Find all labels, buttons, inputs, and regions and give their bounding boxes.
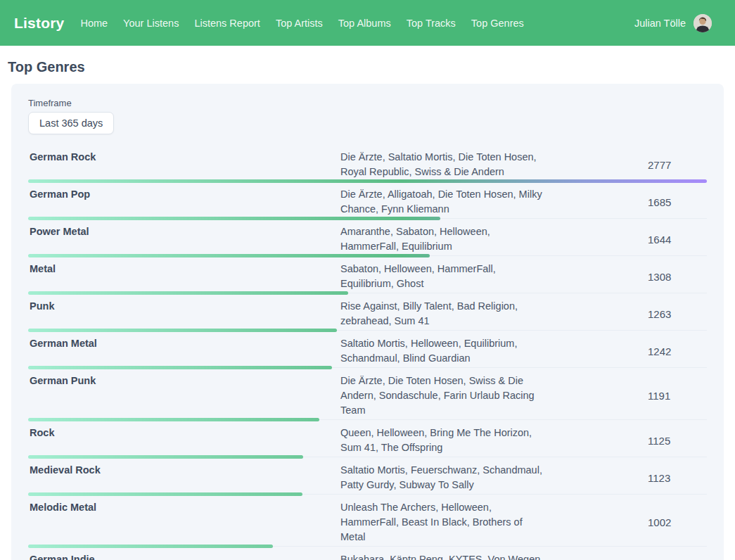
brand-logo[interactable]: Listory — [14, 15, 64, 32]
timeframe-label: Timeframe — [28, 98, 707, 108]
genre-listen-count: 2777 — [549, 159, 707, 171]
genre-listen-count: 1125 — [549, 435, 707, 447]
genre-listen-count: 1242 — [549, 345, 707, 357]
genre-row: German Rock Die Ärzte, Saltatio Mortis, … — [28, 144, 707, 182]
genre-name: German Rock — [28, 150, 340, 179]
genre-top-artists: Unleash The Archers, Helloween, HammerFa… — [340, 500, 549, 545]
genre-row: Punk Rise Against, Billy Talent, Bad Rel… — [28, 293, 707, 331]
genre-name: Medieval Rock — [28, 463, 340, 492]
genre-name: German Punk — [28, 374, 340, 418]
genre-row: German Pop Die Ärzte, Alligatoah, Die To… — [28, 182, 707, 219]
genre-top-artists: Bukahara, Käptn Peng, KYTES, Von Wegen L… — [340, 552, 549, 560]
genre-name: Punk — [28, 299, 340, 329]
genre-top-artists: Die Ärzte, Die Toten Hosen, Swiss & Die … — [340, 374, 549, 418]
nav-links: HomeYour ListensListens ReportTop Artist… — [80, 18, 523, 29]
genre-name: German Pop — [28, 187, 340, 217]
genre-row: German Metal Saltatio Mortis, Helloween,… — [28, 331, 707, 368]
nav-link-your-listens[interactable]: Your Listens — [123, 18, 179, 29]
genre-name: Melodic Metal — [28, 500, 340, 545]
nav-link-listens-report[interactable]: Listens Report — [194, 18, 260, 29]
genre-name: German Indie — [28, 552, 340, 560]
nav-link-top-genres[interactable]: Top Genres — [471, 18, 524, 29]
genre-row: Rock Queen, Helloween, Bring Me The Hori… — [28, 420, 707, 457]
user-menu[interactable]: Julian Tölle — [634, 14, 712, 32]
genre-name: Metal — [28, 262, 340, 291]
timeframe-select[interactable]: Last 365 days — [28, 112, 114, 134]
main-content: Top Genres Timeframe Last 365 days Germa… — [0, 59, 735, 560]
page-title: Top Genres — [8, 59, 735, 75]
genre-top-artists: Rise Against, Billy Talent, Bad Religion… — [340, 299, 549, 329]
genre-row: Metal Sabaton, Helloween, HammerFall, Eq… — [28, 256, 707, 293]
genre-top-artists: Saltatio Mortis, Helloween, Equilibrium,… — [340, 336, 549, 366]
genre-row: Medieval Rock Saltatio Mortis, Feuerschw… — [28, 457, 707, 495]
genre-row: German Punk Die Ärzte, Die Toten Hosen, … — [28, 368, 707, 420]
genre-name: Rock — [28, 426, 340, 455]
nav-link-top-albums[interactable]: Top Albums — [338, 18, 391, 29]
genre-top-artists: Saltatio Mortis, Feuerschwanz, Schandmau… — [340, 463, 549, 492]
genre-listen-count: 1685 — [549, 196, 707, 208]
top-genres-card: Timeframe Last 365 days German Rock Die … — [11, 84, 724, 560]
genre-top-artists: Sabaton, Helloween, HammerFall, Equilibr… — [340, 262, 549, 291]
user-name: Julian Tölle — [634, 18, 686, 29]
genre-name: Power Metal — [28, 224, 340, 254]
genre-top-artists: Amaranthe, Sabaton, Helloween, HammerFal… — [340, 224, 549, 254]
genre-listen-count: 1123 — [549, 472, 707, 484]
genre-listen-count: 1644 — [549, 234, 707, 246]
nav-link-top-tracks[interactable]: Top Tracks — [407, 18, 456, 29]
genre-row: Power Metal Amaranthe, Sabaton, Hellowee… — [28, 219, 707, 256]
user-photo-avatar[interactable] — [694, 14, 712, 32]
genre-name: German Metal — [28, 336, 340, 366]
nav-link-home[interactable]: Home — [80, 18, 108, 29]
genres-table: German Rock Die Ärzte, Saltatio Mortis, … — [28, 144, 707, 560]
genre-row: German Indie Bukahara, Käptn Peng, KYTES… — [28, 547, 707, 560]
navbar: Listory HomeYour ListensListens ReportTo… — [0, 0, 735, 46]
genre-listen-count: 1263 — [549, 308, 707, 320]
genre-top-artists: Queen, Helloween, Bring Me The Horizon, … — [340, 426, 549, 455]
genre-listen-count: 1191 — [549, 390, 707, 402]
genre-top-artists: Die Ärzte, Alligatoah, Die Toten Hosen, … — [340, 187, 549, 217]
genre-top-artists: Die Ärzte, Saltatio Mortis, Die Toten Ho… — [340, 150, 549, 179]
genre-row: Melodic Metal Unleash The Archers, Hello… — [28, 495, 707, 547]
genre-listen-count: 1308 — [549, 271, 707, 283]
genre-listen-count: 1002 — [549, 516, 707, 528]
nav-link-top-artists[interactable]: Top Artists — [276, 18, 323, 29]
